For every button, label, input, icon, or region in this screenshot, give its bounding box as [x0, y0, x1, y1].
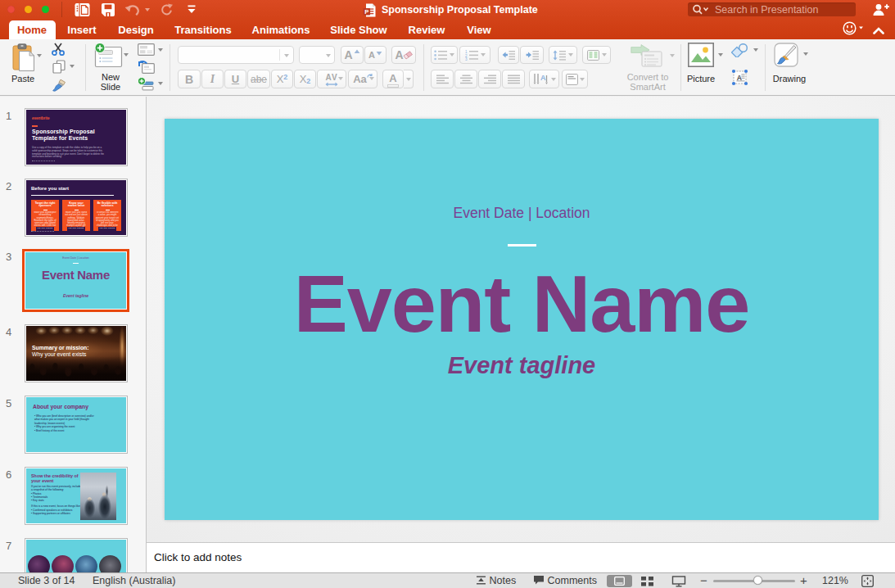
notes-placeholder[interactable]: Click to add notes — [154, 551, 242, 563]
smartart-dropdown-arrow[interactable] — [670, 54, 675, 57]
search-box[interactable]: Search in Presentation — [688, 2, 856, 16]
slide-thumbnail-3-selected[interactable]: Event Date | Location Event Name Event t… — [22, 249, 129, 312]
new-presentation-icon[interactable] — [75, 2, 90, 17]
font-color-button[interactable]: A — [382, 70, 404, 88]
layout-dropdown-arrow[interactable] — [158, 48, 163, 52]
numbering-button[interactable]: 1 2 3 — [459, 46, 490, 64]
zoom-window-button[interactable] — [42, 6, 49, 13]
italic-button[interactable]: I — [201, 70, 224, 88]
slide-tagline-text[interactable]: Event tagline — [165, 352, 879, 379]
underline-button[interactable]: U — [224, 70, 246, 88]
shrink-font-button[interactable]: A — [364, 46, 386, 64]
slide-sorter-view-button[interactable] — [641, 577, 654, 588]
drawing-button[interactable] — [774, 43, 798, 70]
share-add-person-icon[interactable] — [871, 2, 889, 20]
line-spacing-button[interactable] — [549, 46, 577, 64]
tab-view[interactable]: View — [467, 20, 490, 39]
slide-thumbnail-6[interactable]: Show the credibility of your event If yo… — [25, 467, 128, 525]
new-slide-button[interactable] — [93, 43, 124, 69]
bold-button[interactable]: B — [178, 70, 201, 88]
bullets-button[interactable] — [431, 46, 458, 64]
copy-dropdown-arrow[interactable] — [70, 65, 75, 68]
paste-dropdown-arrow[interactable] — [37, 54, 42, 57]
align-left-button[interactable] — [431, 70, 454, 88]
language-indicator[interactable]: English (Australia) — [93, 575, 175, 587]
ribbon: Paste — [0, 39, 895, 96]
undo-dropdown-arrow[interactable] — [144, 7, 151, 12]
fit-slide-to-window-button[interactable] — [861, 575, 874, 588]
tab-home[interactable]: Home — [17, 20, 47, 39]
increase-indent-button[interactable] — [520, 46, 544, 64]
save-icon[interactable] — [101, 2, 115, 17]
tab-insert[interactable]: Insert — [67, 20, 96, 39]
thumb7-photo-circle-1 — [28, 555, 50, 572]
slide-thumbnail-4[interactable]: Summary or mission:Why your event exists — [25, 324, 128, 382]
slide-thumbnail-2[interactable]: Before you start Target the right sponso… — [25, 179, 128, 237]
format-painter-button[interactable] — [51, 78, 67, 96]
tab-slide-show[interactable]: Slide Show — [330, 20, 386, 39]
slide-number-indicator[interactable]: Slide 3 of 14 — [18, 575, 75, 587]
case-dropdown-arrow[interactable] — [369, 77, 374, 80]
picture-dropdown-arrow[interactable] — [718, 53, 723, 57]
slide-canvas[interactable]: Event Date | Location Event Name Event t… — [165, 119, 879, 520]
strikethrough-button[interactable]: abe — [247, 70, 270, 88]
tab-review[interactable]: Review — [409, 20, 445, 39]
redo-icon[interactable] — [160, 3, 173, 16]
slide-layout-button[interactable] — [138, 43, 155, 59]
subscript-button[interactable]: X2 — [294, 70, 316, 88]
font-color-dropdown[interactable] — [404, 70, 414, 88]
notes-toggle[interactable]: Notes — [476, 575, 516, 587]
tab-design[interactable]: Design — [118, 20, 153, 39]
justify-button[interactable] — [502, 70, 525, 88]
button-glyph: Aa — [353, 73, 367, 85]
shapes-button[interactable] — [731, 43, 749, 61]
feedback-smiley-icon[interactable] — [843, 21, 864, 38]
slide-thumbnail-5[interactable]: About your company • Who you are (brief … — [25, 396, 128, 454]
slide-thumbnail-7[interactable] — [25, 538, 128, 572]
drawing-dropdown-arrow[interactable] — [803, 52, 808, 56]
zoom-level[interactable]: 121% — [822, 575, 848, 587]
zoom-in-button[interactable]: + — [800, 574, 807, 586]
align-right-button[interactable] — [478, 70, 501, 88]
font-size-combo[interactable] — [299, 46, 335, 64]
paste-button[interactable] — [8, 43, 39, 74]
superscript-button[interactable]: X2 — [271, 70, 293, 88]
ribbon-separator — [680, 44, 681, 91]
columns-button[interactable] — [582, 46, 611, 64]
copy-button[interactable] — [52, 60, 66, 77]
spacing-dropdown-arrow[interactable] — [338, 77, 343, 80]
align-text-button[interactable] — [562, 70, 588, 88]
slide-thumbnail-1[interactable]: eventbrite Sponsorship ProposalTemplate … — [25, 108, 128, 166]
align-center-button[interactable] — [454, 70, 477, 88]
convert-smartart-button[interactable] — [631, 44, 667, 69]
text-direction-button[interactable]: A — [529, 70, 559, 88]
minimize-window-button[interactable] — [25, 6, 32, 13]
shapes-dropdown-arrow[interactable] — [753, 48, 758, 52]
zoom-out-button[interactable]: − — [700, 574, 707, 586]
section-dropdown-arrow[interactable] — [158, 82, 163, 85]
picture-button[interactable] — [688, 43, 714, 70]
normal-view-button[interactable] — [607, 575, 632, 587]
slide-title-text[interactable]: Event Name — [165, 263, 879, 344]
tab-animations[interactable]: Animations — [252, 20, 310, 39]
slide-number: 1 — [6, 110, 11, 122]
new-slide-dropdown-arrow[interactable] — [124, 53, 129, 57]
close-window-button[interactable] — [7, 6, 15, 13]
decrease-indent-button[interactable] — [498, 46, 519, 64]
section-button[interactable] — [138, 77, 155, 94]
collapse-ribbon-icon[interactable] — [873, 23, 884, 38]
slideshow-view-button[interactable] — [671, 576, 686, 588]
notes-pane[interactable]: Click to add notes — [147, 542, 895, 572]
grow-font-button[interactable]: A — [341, 46, 364, 64]
cut-button[interactable] — [51, 43, 66, 59]
reset-slide-button[interactable] — [138, 60, 155, 77]
quick-access-more-icon[interactable] — [188, 5, 196, 14]
slide-date-location-text[interactable]: Event Date | Location — [165, 205, 879, 222]
comments-toggle[interactable]: Comments — [533, 575, 597, 587]
tab-transitions[interactable]: Transitions — [174, 20, 231, 39]
clear-formatting-button[interactable]: A — [391, 46, 416, 64]
font-name-combo[interactable] — [178, 46, 294, 64]
text-box-button[interactable]: A — [731, 69, 748, 89]
zoom-slider-knob[interactable] — [753, 576, 762, 585]
undo-icon[interactable] — [124, 4, 140, 16]
